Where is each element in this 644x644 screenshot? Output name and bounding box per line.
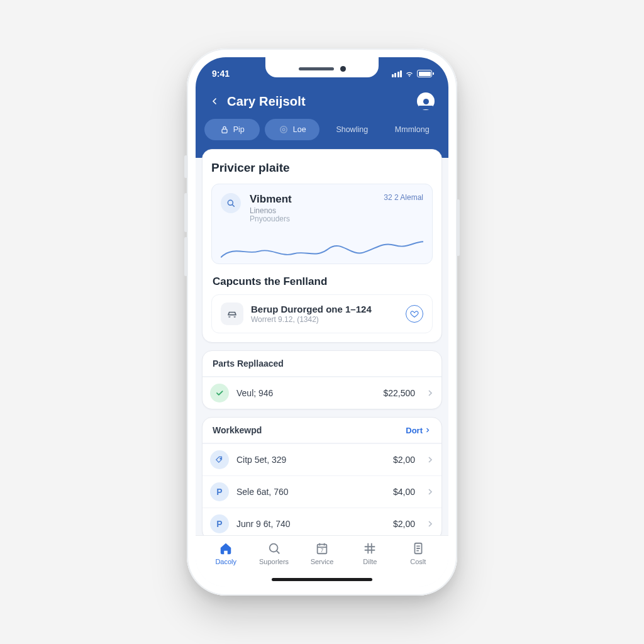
primary-item-subtitle: Worrert 9.12, (1342): [251, 315, 398, 324]
segment-label: Pip: [233, 125, 245, 134]
item-price: $4,00: [393, 487, 415, 497]
tab-label: Dacoly: [215, 558, 236, 565]
back-icon[interactable]: [209, 96, 219, 106]
notch: [265, 57, 379, 77]
status-icons: [392, 69, 433, 78]
overview-title: Privicer plaite: [211, 161, 433, 175]
section-parts-replaced: Parts Repllaaced Veul; 946 $22,500: [202, 350, 442, 409]
svg-point-5: [269, 544, 277, 552]
item-price: $2,00: [393, 455, 415, 465]
search-icon: [267, 541, 282, 556]
list-item[interactable]: P Sele 6at, 760 $4,00: [203, 475, 441, 508]
side-button-mute: [184, 155, 187, 178]
list-item[interactable]: Veul; 946 $22,500: [203, 377, 441, 409]
side-button-power: [457, 199, 460, 256]
item-title: Citp 5et, 329: [236, 455, 386, 465]
front-camera: [340, 66, 346, 72]
segment-pip[interactable]: Pip: [204, 119, 260, 140]
title-bar: Cary Reijsolt: [196, 82, 448, 119]
segment-label: Loe: [293, 125, 306, 134]
metric-panel[interactable]: Vibment Linenos Pnyoouders 32 2 Alemal: [211, 184, 433, 264]
tab-label: Suporlers: [259, 558, 289, 565]
segment-loe[interactable]: Loe: [265, 119, 320, 140]
svg-point-2: [282, 128, 285, 131]
svg-text:7: 7: [321, 548, 324, 553]
battery-icon: [417, 70, 432, 77]
chevron-right-icon: [425, 487, 435, 497]
overview-card: Privicer plaite Vibment Linenos Pnyooude…: [202, 149, 442, 343]
tab-label: Dilte: [363, 558, 377, 565]
list-item[interactable]: Citp 5et, 329 $2,00: [203, 443, 441, 475]
primary-item-row[interactable]: Berup Durorged one 1–124 Worrert 9.12, (…: [211, 294, 433, 333]
speaker-grille: [299, 67, 334, 70]
item-price: $22,500: [383, 388, 415, 398]
check-icon: [210, 384, 229, 402]
segment-mmmlong[interactable]: Mmmlong: [385, 119, 440, 140]
profile-button[interactable]: [417, 92, 435, 110]
main-content[interactable]: Privicer plaite Vibment Linenos Pnyooude…: [196, 149, 448, 541]
svg-point-3: [228, 200, 233, 205]
svg-rect-0: [222, 129, 227, 133]
parking-icon: P: [210, 514, 229, 533]
metric-sub2: Pnyoouders: [250, 215, 375, 223]
home-icon: [218, 541, 233, 556]
chevron-right-icon: [424, 426, 431, 434]
parking-icon: P: [210, 482, 229, 501]
sub-section-title: Capcunts the Fenlland: [213, 275, 431, 288]
sparkline: [221, 227, 423, 264]
chevron-right-icon: [425, 388, 435, 398]
phone-frame: 9:41 Cary Reijsolt Pi: [187, 48, 457, 596]
side-button-vol-up: [184, 193, 187, 232]
item-title: Veul; 946: [236, 388, 375, 398]
status-time: 9:41: [212, 69, 230, 79]
item-title: Sele 6at, 760: [236, 487, 386, 497]
home-indicator[interactable]: [272, 578, 372, 581]
target-icon: [278, 124, 289, 135]
metric-badge: 32 2 Alemal: [384, 193, 423, 202]
tab-dacoly[interactable]: Dacoly: [204, 541, 248, 587]
tab-label: Service: [311, 558, 334, 565]
page-title: Cary Reijsolt: [227, 94, 306, 109]
person-icon: [423, 99, 429, 104]
tab-label: Coslt: [410, 558, 426, 565]
section-link[interactable]: Dort: [406, 426, 431, 435]
metric-title: Vibment: [250, 193, 375, 206]
wifi-icon: [405, 69, 414, 78]
side-button-vol-down: [184, 237, 187, 276]
calendar-icon: 7: [314, 541, 330, 556]
lock-icon: [219, 125, 230, 135]
section-header: Workkewpd: [213, 425, 262, 435]
svg-point-4: [220, 458, 221, 460]
tab-coslt[interactable]: Coslt: [396, 541, 440, 587]
chevron-right-icon: [425, 455, 435, 465]
favorite-button[interactable]: [406, 305, 423, 323]
svg-point-1: [280, 126, 287, 133]
cellular-icon: [392, 70, 402, 77]
document-icon: [411, 541, 426, 556]
segment-label: Showling: [336, 125, 368, 134]
search-pill[interactable]: [221, 193, 241, 213]
chevron-right-icon: [425, 519, 435, 529]
search-icon: [226, 198, 236, 208]
tag-icon: [210, 450, 229, 469]
car-icon: [221, 303, 243, 325]
segment-label: Mmmlong: [395, 125, 430, 134]
section-workewpd: Workkewpd Dort Citp 5et, 329 $2,00 P: [202, 417, 442, 540]
grid-icon: [362, 541, 377, 556]
section-header: Parts Repllaaced: [213, 358, 284, 369]
item-price: $2,00: [393, 519, 415, 529]
segment-bar: Pip Loe Showling Mmmlong: [196, 119, 448, 140]
primary-item-title: Berup Durorged one 1–124: [251, 304, 398, 314]
screen: 9:41 Cary Reijsolt Pi: [196, 57, 448, 587]
item-title: Junr 9 6t, 740: [236, 519, 386, 529]
segment-showling[interactable]: Showling: [325, 119, 380, 140]
